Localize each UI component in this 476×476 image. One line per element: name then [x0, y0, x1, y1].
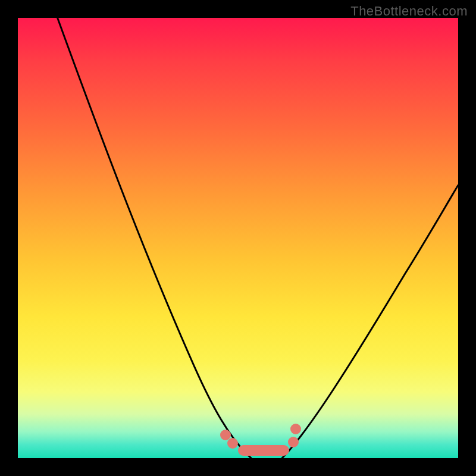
- marker-dot: [288, 437, 299, 447]
- plot-area: [18, 18, 458, 458]
- curve-left-branch: [58, 18, 252, 458]
- curve-right-branch: [282, 185, 458, 458]
- optimal-zone-marker: [238, 445, 289, 456]
- marker-dot: [290, 424, 301, 434]
- watermark-text: TheBottleneck.com: [350, 4, 468, 19]
- chart-frame: TheBottleneck.com: [0, 0, 476, 476]
- marker-dot: [227, 438, 238, 449]
- bottleneck-curves: [18, 18, 458, 458]
